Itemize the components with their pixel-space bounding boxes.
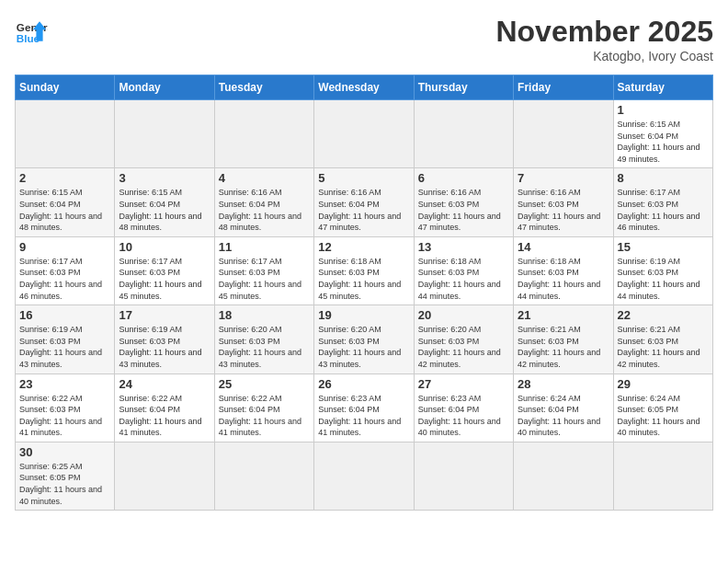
calendar-cell: 26Sunrise: 6:23 AM Sunset: 6:04 PM Dayli… — [314, 373, 414, 442]
page-header: General Blue November 2025 Katogbo, Ivor… — [15, 15, 713, 63]
day-info: Sunrise: 6:20 AM Sunset: 6:03 PM Dayligh… — [318, 324, 409, 370]
day-number: 9 — [19, 240, 110, 254]
day-number: 3 — [119, 171, 210, 185]
calendar-cell: 7Sunrise: 6:16 AM Sunset: 6:03 PM Daylig… — [514, 168, 613, 236]
day-number: 7 — [518, 171, 609, 185]
day-number: 13 — [418, 240, 509, 254]
calendar-cell: 5Sunrise: 6:16 AM Sunset: 6:04 PM Daylig… — [314, 168, 414, 236]
calendar-cell: 13Sunrise: 6:18 AM Sunset: 6:03 PM Dayli… — [414, 236, 513, 304]
calendar-cell — [514, 442, 613, 510]
day-of-week-header: Sunday — [16, 75, 115, 100]
day-info: Sunrise: 6:16 AM Sunset: 6:03 PM Dayligh… — [518, 187, 609, 233]
calendar-header-row: SundayMondayTuesdayWednesdayThursdayFrid… — [16, 75, 713, 100]
location-subtitle: Katogbo, Ivory Coast — [495, 49, 713, 63]
day-info: Sunrise: 6:15 AM Sunset: 6:04 PM Dayligh… — [19, 187, 110, 233]
day-info: Sunrise: 6:21 AM Sunset: 6:03 PM Dayligh… — [618, 324, 709, 370]
day-info: Sunrise: 6:22 AM Sunset: 6:03 PM Dayligh… — [19, 393, 110, 439]
day-number: 4 — [219, 171, 310, 185]
day-number: 25 — [219, 377, 310, 391]
calendar-cell: 2Sunrise: 6:15 AM Sunset: 6:04 PM Daylig… — [16, 168, 115, 236]
day-number: 27 — [418, 377, 509, 391]
day-info: Sunrise: 6:17 AM Sunset: 6:03 PM Dayligh… — [618, 187, 709, 233]
day-number: 22 — [618, 308, 709, 322]
title-block: November 2025 Katogbo, Ivory Coast — [495, 15, 713, 63]
calendar-cell: 28Sunrise: 6:24 AM Sunset: 6:04 PM Dayli… — [514, 373, 613, 442]
day-of-week-header: Friday — [514, 75, 613, 100]
day-number: 26 — [318, 377, 409, 391]
day-info: Sunrise: 6:15 AM Sunset: 6:04 PM Dayligh… — [618, 119, 709, 165]
calendar-cell — [613, 442, 712, 510]
calendar-cell — [314, 100, 414, 168]
calendar-cell: 4Sunrise: 6:16 AM Sunset: 6:04 PM Daylig… — [214, 168, 313, 236]
day-info: Sunrise: 6:16 AM Sunset: 6:04 PM Dayligh… — [219, 187, 310, 233]
day-info: Sunrise: 6:23 AM Sunset: 6:04 PM Dayligh… — [418, 393, 509, 439]
day-number: 2 — [19, 171, 110, 185]
calendar-week-row: 1Sunrise: 6:15 AM Sunset: 6:04 PM Daylig… — [16, 100, 713, 168]
calendar-cell — [115, 100, 214, 168]
calendar-cell: 9Sunrise: 6:17 AM Sunset: 6:03 PM Daylig… — [16, 236, 115, 304]
day-number: 18 — [219, 308, 310, 322]
day-info: Sunrise: 6:19 AM Sunset: 6:03 PM Dayligh… — [119, 324, 210, 370]
calendar-cell — [214, 100, 313, 168]
day-info: Sunrise: 6:16 AM Sunset: 6:03 PM Dayligh… — [418, 187, 509, 233]
calendar-cell: 21Sunrise: 6:21 AM Sunset: 6:03 PM Dayli… — [514, 305, 613, 373]
day-number: 1 — [618, 103, 709, 117]
calendar-cell: 8Sunrise: 6:17 AM Sunset: 6:03 PM Daylig… — [613, 168, 712, 236]
calendar-cell: 17Sunrise: 6:19 AM Sunset: 6:03 PM Dayli… — [115, 305, 214, 373]
day-number: 11 — [219, 240, 310, 254]
month-title: November 2025 — [495, 15, 713, 49]
day-info: Sunrise: 6:15 AM Sunset: 6:04 PM Dayligh… — [119, 187, 210, 233]
day-of-week-header: Saturday — [613, 75, 712, 100]
calendar-cell: 11Sunrise: 6:17 AM Sunset: 6:03 PM Dayli… — [214, 236, 313, 304]
day-info: Sunrise: 6:24 AM Sunset: 6:04 PM Dayligh… — [518, 393, 609, 439]
calendar-cell — [214, 442, 313, 510]
day-number: 15 — [618, 240, 709, 254]
day-number: 17 — [119, 308, 210, 322]
calendar-week-row: 2Sunrise: 6:15 AM Sunset: 6:04 PM Daylig… — [16, 168, 713, 236]
calendar-week-row: 23Sunrise: 6:22 AM Sunset: 6:03 PM Dayli… — [16, 373, 713, 442]
day-number: 29 — [618, 377, 709, 391]
day-number: 5 — [318, 171, 409, 185]
calendar-cell: 15Sunrise: 6:19 AM Sunset: 6:03 PM Dayli… — [613, 236, 712, 304]
day-info: Sunrise: 6:20 AM Sunset: 6:03 PM Dayligh… — [219, 324, 310, 370]
day-number: 23 — [19, 377, 110, 391]
day-info: Sunrise: 6:19 AM Sunset: 6:03 PM Dayligh… — [618, 256, 709, 302]
logo: General Blue — [15, 15, 48, 48]
calendar-cell — [314, 442, 414, 510]
day-number: 16 — [19, 308, 110, 322]
calendar-cell: 25Sunrise: 6:22 AM Sunset: 6:04 PM Dayli… — [214, 373, 313, 442]
calendar-cell: 22Sunrise: 6:21 AM Sunset: 6:03 PM Dayli… — [613, 305, 712, 373]
day-info: Sunrise: 6:22 AM Sunset: 6:04 PM Dayligh… — [219, 393, 310, 439]
calendar-cell — [414, 100, 513, 168]
calendar-cell: 16Sunrise: 6:19 AM Sunset: 6:03 PM Dayli… — [16, 305, 115, 373]
day-info: Sunrise: 6:25 AM Sunset: 6:05 PM Dayligh… — [19, 461, 110, 507]
calendar-cell: 10Sunrise: 6:17 AM Sunset: 6:03 PM Dayli… — [115, 236, 214, 304]
calendar-cell: 1Sunrise: 6:15 AM Sunset: 6:04 PM Daylig… — [613, 100, 712, 168]
day-info: Sunrise: 6:20 AM Sunset: 6:03 PM Dayligh… — [418, 324, 509, 370]
day-number: 21 — [518, 308, 609, 322]
day-number: 30 — [19, 445, 110, 459]
day-number: 14 — [518, 240, 609, 254]
calendar-week-row: 9Sunrise: 6:17 AM Sunset: 6:03 PM Daylig… — [16, 236, 713, 304]
calendar-cell: 18Sunrise: 6:20 AM Sunset: 6:03 PM Dayli… — [214, 305, 313, 373]
day-number: 19 — [318, 308, 409, 322]
day-number: 8 — [618, 171, 709, 185]
day-of-week-header: Monday — [115, 75, 214, 100]
calendar-cell — [414, 442, 513, 510]
day-number: 20 — [418, 308, 509, 322]
day-info: Sunrise: 6:24 AM Sunset: 6:05 PM Dayligh… — [618, 393, 709, 439]
day-info: Sunrise: 6:17 AM Sunset: 6:03 PM Dayligh… — [19, 256, 110, 302]
logo-icon: General Blue — [15, 15, 48, 48]
day-number: 10 — [119, 240, 210, 254]
day-info: Sunrise: 6:19 AM Sunset: 6:03 PM Dayligh… — [19, 324, 110, 370]
day-info: Sunrise: 6:23 AM Sunset: 6:04 PM Dayligh… — [318, 393, 409, 439]
calendar-cell — [115, 442, 214, 510]
calendar-cell: 14Sunrise: 6:18 AM Sunset: 6:03 PM Dayli… — [514, 236, 613, 304]
calendar-cell: 30Sunrise: 6:25 AM Sunset: 6:05 PM Dayli… — [16, 442, 115, 510]
calendar-cell: 23Sunrise: 6:22 AM Sunset: 6:03 PM Dayli… — [16, 373, 115, 442]
day-number: 12 — [318, 240, 409, 254]
calendar-cell: 29Sunrise: 6:24 AM Sunset: 6:05 PM Dayli… — [613, 373, 712, 442]
calendar-cell — [514, 100, 613, 168]
calendar-cell: 19Sunrise: 6:20 AM Sunset: 6:03 PM Dayli… — [314, 305, 414, 373]
calendar-cell: 27Sunrise: 6:23 AM Sunset: 6:04 PM Dayli… — [414, 373, 513, 442]
